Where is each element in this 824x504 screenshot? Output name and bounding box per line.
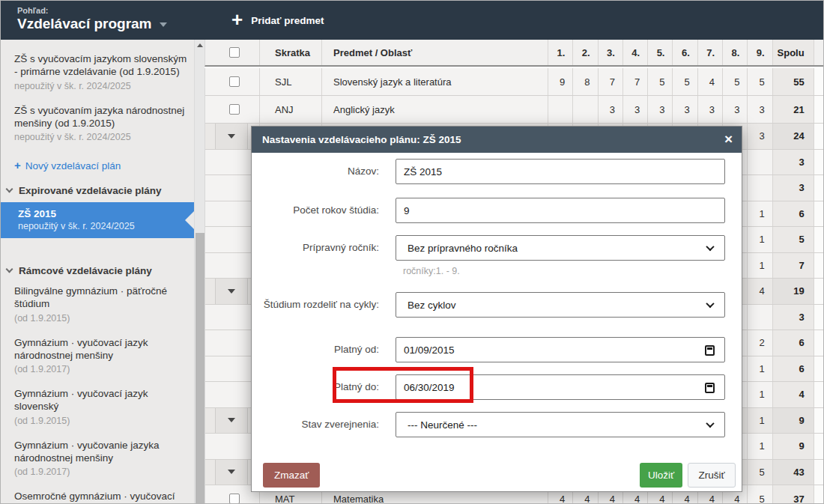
delete-button[interactable]: Zmazať [263,463,320,488]
sidebar-item-selected-plan[interactable]: ZŠ 2015nepoužitý v šk. r. 2024/2025 [1,202,194,238]
cell-edge [814,485,824,504]
cell-hours: 3 [723,96,748,123]
collapse-group-button[interactable] [215,279,248,304]
field-label-studium-cykly: Štúdium rozdeliť na cykly: [252,292,379,318]
cell-hours: 1 [748,201,772,227]
cell-hours: 7 [623,68,648,95]
cell-edge [814,434,824,459]
header-skratka: Skratka [260,40,322,65]
sidebar-framework-item[interactable]: Osemročné gymnázium · vyučovací jazyk ná… [1,483,194,504]
cell-hours: 5 [748,68,772,95]
cell-edge [814,305,824,330]
header-year-col: 9. [748,40,772,65]
header-year-col: 8. [723,40,748,65]
studium-cykly-select[interactable]: Bez cyklov [396,292,725,318]
main-topbar: + Pridať predmet [205,1,824,40]
field-value: --- Neurčené --- [408,419,477,431]
cell-hours [748,150,772,175]
pocet-rokov-studia-input[interactable]: 9 [396,198,725,223]
collapse-group-button[interactable] [215,408,248,434]
cell-hours: 3 [748,124,772,149]
row-select-cell [205,96,260,123]
cell-spolu: 7 [773,253,814,279]
view-label: Pohľad: [17,6,205,15]
header-edge [814,40,824,65]
row-checkbox[interactable] [229,104,240,115]
cell-edge [814,408,824,434]
cell-hours: 3 [673,96,697,123]
header-year-col: 1. [548,40,573,65]
sidebar-program-item[interactable]: ZŠ s vyučovacím jazykom slovenským - pri… [1,46,194,97]
chevron-down-icon [6,186,13,193]
sidebar-program-item[interactable]: ZŠ s vyučovaním jazyka národnostnej menš… [1,97,194,149]
field-label-nazov: Názov: [252,159,379,184]
header-year-col: 4. [623,40,648,65]
stav-zverejnenia-select[interactable]: --- Neurčené --- [396,412,725,437]
cell-edge [814,460,824,485]
cell-spolu: 3 [773,175,814,201]
field-value: Bez prípravného ročníka [408,243,518,254]
sidebar-framework-item[interactable]: Bilingválne gymnázium · päťročné štúdium… [1,278,194,330]
close-icon[interactable]: × [724,127,733,153]
select-chevron-icon [706,300,714,308]
sidebar-framework-item[interactable]: Gymnázium · vyučovanie jazyka národnostn… [1,432,194,484]
cell-hours: 5 [648,68,673,95]
cell-hours: 1 [748,253,772,279]
row-checkbox[interactable] [229,494,240,504]
sidebar-section-header[interactable]: Expirované vzdelávacie plány [7,185,194,196]
select-all-checkbox[interactable] [229,47,240,58]
cell-hours [573,96,598,123]
cell-hours: 4 [748,279,772,304]
field-label-pripravny-rocnik: Prípravný ročník: [252,235,379,261]
program-note: nepoužitý v šk. r. 2024/2025 [14,80,190,92]
cell-hours: 8 [573,68,598,95]
cell-edge [814,382,824,407]
cell-spolu: 3 [773,150,814,175]
cell-hours: 5 [748,485,772,504]
cell-spolu: 9 [773,408,814,434]
row-checkbox[interactable] [229,76,240,87]
calendar-icon[interactable] [705,345,715,356]
cell-predmet: Anglický jazyk [322,96,548,123]
sidebar-framework-item[interactable]: Gymnázium · vyučovací jazyk slovenský(od… [1,380,194,432]
scroll-up-icon[interactable] [197,43,203,47]
calendar-icon[interactable] [705,383,715,393]
cancel-button[interactable]: Zrušiť [688,463,736,488]
platny-od-input[interactable]: 01/09/2015 [396,337,725,362]
cell-hours [748,175,772,201]
header-year-col: 2. [573,40,598,65]
row-select-cell [205,68,260,95]
cell-hours: 1 [748,434,772,459]
sidebar-section-header[interactable]: Rámcové vzdelávacie plány [7,265,194,276]
field-label-pocet-rokov-studia: Počet rokov štúdia: [252,198,379,223]
cell-hours: 3 [648,96,673,123]
scrollbar-thumb[interactable] [196,233,205,504]
sidebar-scrollbar[interactable] [194,40,205,504]
field-value: 9 [404,205,410,216]
collapse-group-button[interactable] [215,460,248,485]
header-year-col: 3. [599,40,623,65]
cell-hours [548,96,573,123]
cell-edge [814,124,824,149]
cell-hours: 3 [748,96,772,123]
cell-hours: 5 [723,68,748,95]
cell-hours: 4 [698,68,723,95]
sidebar-framework-item[interactable]: Gymnázium · vyučovací jazyk národnostnej… [1,330,194,381]
framework-title: Gymnázium · vyučovanie jazyka národnostn… [14,439,190,465]
sidebar-content: ZŠ s vyučovacím jazykom slovenským - pri… [1,40,194,504]
nazov-input[interactable]: ZŠ 2015 [396,159,725,184]
new-plan-link[interactable]: +Nový vzdelávací plán [14,159,194,171]
pripravny-rocnik-select[interactable]: Bez prípravného ročníka [396,235,725,261]
view-selector[interactable]: Vzdelávací program [17,16,205,32]
sidebar-header[interactable]: Pohľad: Vzdelávací program [1,1,205,40]
cell-hours: 1 [748,382,772,407]
field-hint-pripravny-rocnik: ročníky:1. - 9. [403,266,460,276]
framework-note: (od 1.9.2015) [14,415,190,427]
collapse-group-button[interactable] [215,124,248,149]
add-subject-button[interactable]: Pridať predmet [251,15,324,26]
save-button[interactable]: Uložiť [640,463,682,488]
program-note: nepoužitý v šk. r. 2024/2025 [14,131,190,143]
framework-title: Gymnázium · vyučovací jazyk slovenský [14,387,190,413]
cell-hours: 7 [599,68,623,95]
chevron-down-icon [160,22,167,27]
